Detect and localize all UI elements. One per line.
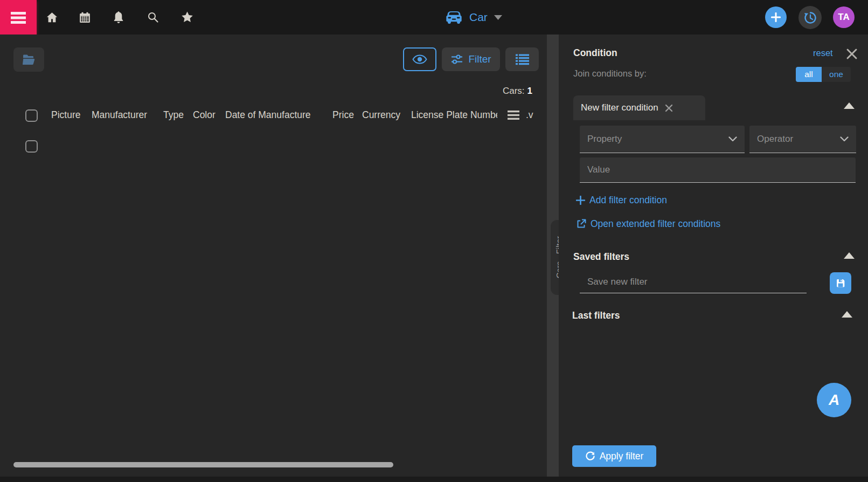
entity-label: Car — [469, 11, 488, 24]
condition-tab-close-icon[interactable] — [665, 104, 673, 112]
chevron-down-icon — [840, 136, 849, 142]
select-all-checkbox[interactable] — [25, 109, 38, 122]
extended-filter-link[interactable]: Open extended filter conditions — [576, 218, 720, 230]
column-header-color[interactable]: Color — [193, 109, 216, 121]
apply-filter-button[interactable]: Apply filter — [572, 445, 656, 467]
hamburger-icon — [10, 11, 26, 24]
sync-icon — [585, 451, 595, 462]
preview-toggle-button[interactable] — [403, 47, 436, 71]
search-icon — [147, 11, 159, 24]
list-icon — [516, 54, 529, 65]
property-placeholder: Property — [587, 134, 622, 144]
app-screen: Car TA — [0, 0, 868, 482]
operator-placeholder: Operator — [757, 134, 793, 144]
calendar-button[interactable] — [73, 0, 96, 35]
plus-icon — [576, 196, 585, 205]
chevron-down-icon — [494, 15, 502, 20]
reset-link[interactable]: reset — [813, 48, 833, 58]
history-button[interactable] — [798, 6, 822, 29]
column-header-price[interactable]: Price — [332, 109, 354, 121]
history-icon — [803, 11, 817, 25]
join-option-all[interactable]: all — [796, 67, 822, 82]
eye-icon — [412, 54, 427, 64]
column-header-currency[interactable]: Currency — [362, 109, 400, 121]
saved-filters-collapse-icon[interactable] — [844, 252, 855, 259]
condition-collapse-icon[interactable] — [844, 102, 855, 109]
open-folder-button[interactable] — [13, 47, 44, 72]
filter-sliders-icon — [450, 53, 463, 66]
plus-icon — [770, 12, 781, 23]
horizontal-scrollbar[interactable] — [13, 462, 393, 467]
search-button[interactable] — [141, 0, 165, 35]
extended-filter-label: Open extended filter conditions — [591, 218, 720, 230]
column-header-picture[interactable]: Picture — [51, 109, 80, 121]
home-button[interactable] — [40, 0, 64, 35]
filter-button-label: Filter — [468, 53, 491, 65]
chevron-down-icon — [728, 136, 737, 142]
folder-icon — [22, 54, 36, 66]
apply-filter-label: Apply filter — [600, 451, 644, 462]
close-icon — [846, 48, 858, 60]
operator-dropdown[interactable]: Operator — [749, 126, 856, 153]
column-header-date[interactable]: Date of Manufacture — [225, 109, 311, 121]
save-filter-field — [580, 271, 807, 293]
join-option-one[interactable]: one — [822, 67, 851, 82]
record-count: Cars:1 — [503, 86, 532, 97]
join-toggle: all one — [796, 67, 851, 82]
main-menu-button[interactable] — [0, 0, 37, 35]
value-field — [580, 157, 856, 183]
column-header-license-plate[interactable]: License Plate Number — [411, 109, 497, 121]
clipped-column-text: .v — [526, 109, 533, 121]
assistant-logo: A — [829, 391, 839, 409]
star-icon — [180, 10, 195, 24]
assistant-button[interactable]: A — [817, 383, 851, 417]
last-filters-title: Last filters — [572, 310, 620, 321]
condition-tab[interactable]: New filter condition — [573, 95, 705, 120]
avatar-initials: TA — [838, 12, 849, 23]
column-menu-icon[interactable] — [508, 111, 519, 122]
save-icon — [835, 277, 846, 289]
calendar-icon — [78, 11, 92, 24]
row-checkbox[interactable] — [25, 140, 38, 153]
join-conditions-label: Join conditions by: — [573, 68, 647, 79]
bottom-edge — [0, 477, 868, 482]
condition-panel: Condition reset Join conditions by: all … — [559, 35, 868, 477]
column-header-manufacturer[interactable]: Manufacturer — [92, 109, 147, 121]
add-filter-condition-link[interactable]: Add filter condition — [576, 195, 667, 206]
bell-icon — [112, 10, 125, 24]
avatar[interactable]: TA — [833, 6, 855, 28]
notifications-button[interactable] — [107, 0, 130, 35]
property-dropdown[interactable]: Property — [580, 126, 745, 153]
entity-selector[interactable]: Car — [445, 0, 502, 35]
list-view-button[interactable] — [505, 47, 539, 71]
save-filter-button[interactable] — [830, 272, 851, 294]
value-input[interactable] — [580, 157, 856, 182]
column-header-type[interactable]: Type — [163, 109, 184, 121]
add-filter-condition-label: Add filter condition — [589, 195, 667, 206]
filter-toggle-button[interactable]: Filter — [442, 47, 500, 71]
record-count-label: Cars: — [503, 86, 525, 96]
condition-tab-label: New filter condition — [581, 102, 658, 113]
car-icon — [445, 9, 463, 25]
home-icon — [45, 11, 59, 24]
last-filters-collapse-icon[interactable] — [842, 311, 852, 318]
save-filter-input[interactable] — [580, 271, 807, 293]
saved-filters-title: Saved filters — [573, 251, 629, 263]
add-record-button[interactable] — [765, 6, 787, 28]
top-bar: Car TA — [0, 0, 868, 35]
favorites-button[interactable] — [175, 0, 199, 35]
panel-close-button[interactable] — [846, 48, 858, 60]
main-content: Filter Cars:1 Picture Manufacturer Type … — [0, 35, 547, 477]
record-count-value: 1 — [527, 86, 532, 96]
external-link-icon — [576, 219, 586, 229]
panel-title: Condition — [573, 47, 617, 59]
